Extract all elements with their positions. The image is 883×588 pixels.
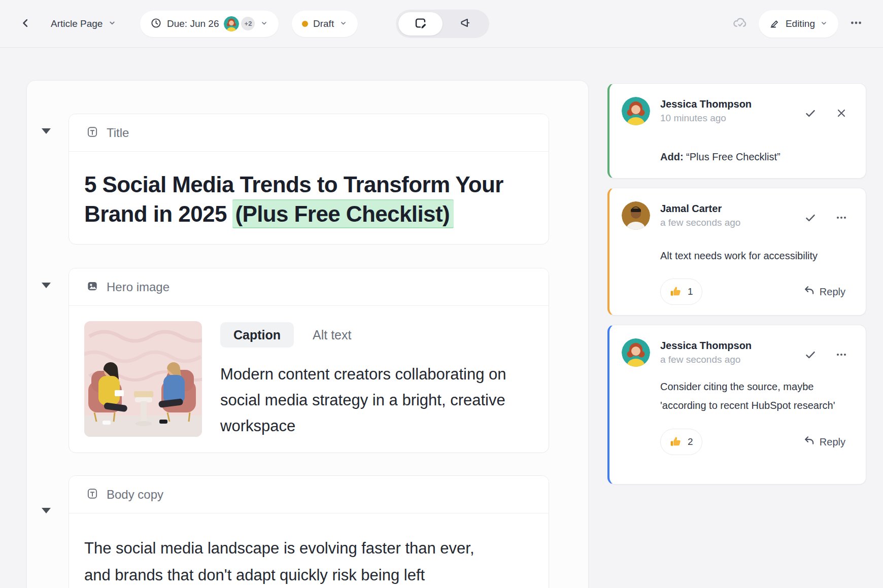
status-dot — [302, 21, 308, 27]
body-block-label: Body copy — [107, 488, 163, 502]
resolve-comment-button[interactable] — [804, 102, 817, 125]
comment-timestamp: 10 minutes ago — [660, 113, 752, 124]
title-block: Title 5 Social Media Trends to Transform… — [69, 114, 549, 245]
avatar — [622, 338, 650, 367]
hero-block-label: Hero image — [107, 280, 169, 294]
body-copy-block: Body copy The social media landscape is … — [69, 475, 549, 588]
body-block-content[interactable]: The social media landscape is evolving f… — [69, 513, 549, 588]
comment-body: Consider citing the source, maybe 'accor… — [660, 377, 845, 415]
chevron-down-icon — [260, 19, 268, 29]
reply-label: Reply — [820, 286, 845, 298]
article-editor-page: { "toolbar": { "page_title": "Article Pa… — [0, 0, 883, 588]
due-date-label: Due: Jun 26 — [167, 18, 219, 29]
top-toolbar: Article Page Due: Jun 26 +2 Draft — [0, 0, 883, 48]
comment-body-prefix: Add: — [660, 151, 684, 162]
status-label: Draft — [313, 18, 334, 29]
collapse-body-block-toggle[interactable] — [42, 508, 51, 513]
assignee-avatar — [224, 16, 239, 31]
chevron-down-icon — [339, 19, 348, 29]
comment-header: Jessica Thompson 10 minutes ago — [622, 97, 853, 125]
reply-label: Reply — [820, 436, 845, 448]
collapse-title-block-toggle[interactable] — [42, 128, 51, 134]
comment-card: Jamal Carter a few seconds ago Alt text … — [607, 188, 866, 316]
comment-timestamp: a few seconds ago — [660, 354, 752, 365]
like-reaction-pill[interactable]: 1 — [660, 279, 702, 305]
check-icon — [804, 211, 817, 226]
caption-tabs: Caption Alt text — [220, 322, 530, 348]
editing-mode-label: Editing — [786, 18, 815, 29]
like-reaction-pill[interactable]: 2 — [660, 429, 702, 455]
check-icon — [804, 107, 817, 121]
body-block-header: Body copy — [69, 476, 549, 513]
comment-actions — [804, 102, 847, 125]
more-options-button[interactable] — [850, 16, 863, 31]
comment-body: Add: “Plus Free Checklist” — [660, 148, 853, 166]
comment-more-button[interactable] — [835, 206, 847, 230]
comment-header: Jamal Carter a few seconds ago — [622, 201, 853, 230]
comment-meta: Jessica Thompson 10 minutes ago — [660, 97, 752, 125]
chevron-down-icon — [108, 18, 117, 29]
due-date-pill[interactable]: Due: Jun 26 +2 — [140, 11, 279, 37]
comment-meta: Jamal Carter a few seconds ago — [660, 201, 740, 230]
dismiss-comment-button[interactable] — [835, 102, 847, 125]
comment-author: Jessica Thompson — [660, 340, 752, 352]
comment-card: Jessica Thompson 10 minutes ago Add: “Pl… — [607, 83, 866, 179]
back-button[interactable] — [18, 16, 32, 31]
collapse-hero-block-toggle[interactable] — [42, 283, 51, 288]
close-icon — [835, 107, 847, 121]
comment-more-button[interactable] — [835, 343, 847, 367]
like-count: 1 — [688, 286, 693, 297]
ellipsis-icon — [835, 212, 847, 225]
comment-actions — [804, 206, 847, 230]
resolve-comment-button[interactable] — [804, 343, 817, 367]
reply-arrow-icon — [803, 435, 815, 449]
toolbar-right-cluster: Editing — [732, 10, 863, 38]
hero-block-content: Caption Alt text Modern content creators… — [69, 306, 549, 439]
comment-header: Jessica Thompson a few seconds ago — [622, 338, 853, 367]
hero-caption-text[interactable]: Modern content creators collaborating on… — [220, 361, 530, 439]
tab-alt-text[interactable]: Alt text — [313, 328, 351, 342]
ellipsis-icon — [850, 16, 863, 31]
tab-caption[interactable]: Caption — [220, 322, 294, 348]
body-copy-text: The social media landscape is evolving f… — [84, 535, 500, 588]
comments-view-button[interactable] — [398, 12, 443, 36]
page-title: Article Page — [51, 18, 103, 29]
status-pill[interactable]: Draft — [292, 11, 358, 37]
comment-actions — [804, 343, 847, 367]
editing-mode-dropdown[interactable]: Editing — [759, 10, 838, 38]
title-block-content[interactable]: 5 Social Media Trends to Transform Your … — [69, 152, 549, 229]
chevron-down-icon — [820, 19, 828, 29]
megaphone-icon — [458, 16, 471, 31]
hero-image[interactable] — [84, 321, 202, 437]
pencil-line-icon — [769, 17, 781, 30]
reply-button[interactable]: Reply — [803, 435, 845, 449]
page-title-dropdown[interactable]: Article Page — [51, 18, 117, 29]
text-block-icon — [86, 487, 99, 502]
reply-arrow-icon — [803, 285, 815, 299]
article-title-highlight: (Plus Free Checklist) — [232, 199, 454, 228]
resolve-comment-button[interactable] — [804, 206, 817, 230]
avatar — [622, 97, 650, 125]
comment-body-text: “Plus Free Checklist” — [684, 151, 780, 162]
comment-body: Alt text needs work for accessibility — [660, 247, 858, 265]
thumbs-up-icon — [669, 435, 683, 449]
comment-footer: 2 Reply — [660, 429, 853, 455]
comment-author: Jessica Thompson — [660, 98, 752, 110]
like-count: 2 — [688, 436, 693, 447]
comment-timestamp: a few seconds ago — [660, 217, 740, 228]
cloud-check-icon — [732, 15, 748, 32]
reply-button[interactable]: Reply — [803, 285, 845, 299]
hero-image-block: Hero image — [69, 268, 549, 453]
chevron-left-icon — [18, 16, 32, 31]
clock-icon — [150, 17, 162, 30]
comment-card: Jessica Thompson a few seconds ago Consi… — [607, 325, 866, 485]
comment-meta: Jessica Thompson a few seconds ago — [660, 338, 752, 367]
title-block-header: Title — [69, 114, 549, 152]
assignee-overflow-badge: +2 — [241, 17, 255, 30]
text-block-icon — [86, 125, 99, 141]
hero-caption-panel: Caption Alt text Modern content creators… — [220, 321, 530, 439]
announce-view-button[interactable] — [443, 12, 487, 36]
thumbs-up-icon — [669, 285, 683, 299]
image-block-icon — [86, 280, 99, 295]
comment-footer: 1 Reply — [660, 279, 853, 305]
